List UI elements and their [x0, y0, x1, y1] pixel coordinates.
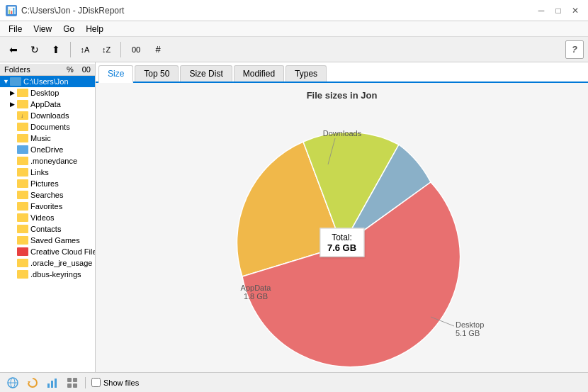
expand-icon: ▶ [10, 101, 17, 108]
sidebar-item-label-favorites: Favorites [30, 202, 62, 211]
minimize-button[interactable]: ─ [534, 4, 548, 18]
percent-header: % [67, 65, 74, 74]
toolbar-refresh[interactable]: ↻ [26, 40, 44, 59]
svg-rect-7 [67, 378, 72, 382]
sidebar-item-downloads[interactable]: ↓ Downloads [0, 110, 95, 121]
label-appdata-val: 1.8 GB [243, 292, 267, 301]
sidebar-item-creativecloud[interactable]: Creative Cloud Files [0, 246, 95, 257]
documents-folder-icon [17, 123, 28, 131]
menu-file[interactable]: File [3, 23, 28, 35]
sidebar-item-contacts[interactable]: Contacts [0, 223, 95, 235]
title-bar: 📊 C:\Users\Jon - JDiskReport ─ □ ✕ [0, 0, 588, 21]
toolbar-back[interactable]: ⬅ [4, 40, 23, 59]
menu-go[interactable]: Go [57, 23, 80, 35]
creativecloud-folder-icon [17, 247, 28, 256]
close-button[interactable]: ✕ [568, 4, 582, 18]
favorites-folder-icon [17, 202, 28, 211]
tab-modified[interactable]: Modified [234, 65, 284, 82]
sidebar-item-label-moneydance: .moneydance [30, 157, 77, 165]
svg-rect-8 [73, 378, 77, 382]
expand-icon: ▼ [3, 78, 10, 85]
help-button[interactable]: ? [565, 40, 584, 59]
sidebar-item-oracle[interactable]: .oracle_jre_usage [0, 257, 95, 269]
sidebar-item-label-root: C:\Users\Jon [23, 77, 69, 86]
pictures-folder-icon [17, 179, 28, 188]
toolbar-sort-size[interactable]: ↕Z [97, 40, 115, 59]
sidebar-item-pictures[interactable]: Pictures [0, 178, 95, 189]
size-header: 00 [82, 65, 91, 74]
chart-title: File sizes in Jon [307, 90, 378, 101]
appdata-folder-icon [17, 100, 28, 108]
svg-rect-9 [67, 383, 72, 388]
content-area: Size Top 50 Size Dist Modified Types Fil… [96, 62, 588, 372]
toolbar-sep1 [70, 42, 71, 57]
sidebar-item-appdata[interactable]: ▶ AppData [0, 99, 95, 110]
sidebar-item-label-desktop: Desktop [30, 89, 59, 97]
globe-icon[interactable] [6, 376, 20, 389]
label-downloads: Downloads [322, 129, 361, 138]
links-folder-icon [17, 168, 28, 177]
searches-folder-icon [17, 191, 28, 199]
chart-bar-icon[interactable] [45, 376, 60, 389]
sidebar-item-videos[interactable]: Videos [0, 212, 95, 223]
desktop-folder-icon [17, 89, 28, 97]
sidebar-item-documents[interactable]: Documents [0, 121, 95, 133]
tab-sizedist[interactable]: Size Dist [180, 65, 232, 82]
sidebar-item-links[interactable]: Links [0, 167, 95, 178]
window-title: C:\Users\Jon - JDiskReport [21, 6, 124, 16]
sidebar-item-onedrive[interactable]: OneDrive [0, 144, 95, 155]
sidebar-item-label-onedrive: OneDrive [30, 145, 63, 154]
contacts-folder-icon [17, 225, 28, 233]
tab-types[interactable]: Types [285, 65, 327, 82]
pie-chart: Downloads AppData 1.8 GB Desktop 5.1 GB [179, 108, 505, 377]
toolbar-sep2 [120, 42, 121, 57]
sidebar-item-label-dbus: .dbus-keyrings [30, 270, 81, 279]
refresh-icon[interactable] [26, 376, 40, 389]
sidebar-item-root[interactable]: ▼ C:\Users\Jon [0, 76, 95, 87]
tab-size[interactable]: Size [98, 65, 133, 83]
sidebar-item-label-downloads: Downloads [30, 111, 69, 120]
label-appdata: AppData [240, 284, 271, 292]
show-files-checkbox-label[interactable]: Show files [91, 378, 139, 387]
sidebar-item-label-creativecloud: Creative Cloud Files [30, 247, 95, 256]
sidebar-item-moneydance[interactable]: .moneydance [0, 155, 95, 167]
svg-rect-5 [51, 381, 53, 388]
show-files-checkbox[interactable] [91, 378, 101, 387]
sidebar-item-label-links: Links [30, 168, 49, 177]
tab-top50[interactable]: Top 50 [135, 65, 179, 82]
sidebar-item-label-appdata: AppData [30, 100, 61, 108]
menu-view[interactable]: View [28, 23, 57, 35]
sidebar-item-label-documents: Documents [30, 123, 70, 131]
toolbar-00[interactable]: 00 [126, 40, 146, 59]
svg-rect-10 [73, 383, 77, 388]
sidebar-item-dbus[interactable]: .dbus-keyrings [0, 269, 95, 280]
pie-chart-container: Downloads AppData 1.8 GB Desktop 5.1 GB … [179, 108, 505, 377]
label-desktop: Desktop [456, 320, 484, 329]
toolbar-up[interactable]: ⬆ [47, 40, 65, 59]
sidebar-item-label-contacts: Contacts [30, 225, 61, 233]
svg-rect-6 [55, 379, 57, 388]
expand-icon: ▶ [10, 89, 17, 96]
root-folder-icon [10, 77, 21, 86]
toolbar-hash[interactable]: # [149, 40, 167, 59]
grid-icon[interactable] [65, 376, 79, 389]
folders-label: Folders [4, 65, 61, 74]
oracle-folder-icon [17, 259, 28, 267]
sidebar: Folders % 00 ▼ C:\Users\Jon ▶ Desktop ▶ … [0, 62, 96, 372]
maximize-button[interactable]: □ [551, 4, 565, 18]
sidebar-item-label-oracle: .oracle_jre_usage [30, 259, 92, 267]
app-icon: 📊 [6, 5, 17, 16]
status-separator [85, 377, 86, 388]
sidebar-header: Folders % 00 [0, 64, 95, 76]
sidebar-item-searches[interactable]: Searches [0, 189, 95, 201]
sidebar-item-label-pictures: Pictures [30, 179, 59, 188]
toolbar: ⬅ ↻ ⬆ ↕A ↕Z 00 # ? [0, 37, 588, 62]
toolbar-sort-name[interactable]: ↕A [76, 40, 94, 59]
sidebar-item-desktop[interactable]: ▶ Desktop [0, 87, 95, 99]
sidebar-item-music[interactable]: Music [0, 133, 95, 144]
sidebar-item-favorites[interactable]: Favorites [0, 201, 95, 212]
videos-folder-icon [17, 213, 28, 222]
menu-help[interactable]: Help [80, 23, 109, 35]
sidebar-item-savedgames[interactable]: Saved Games [0, 235, 95, 246]
onedrive-folder-icon [17, 145, 28, 154]
